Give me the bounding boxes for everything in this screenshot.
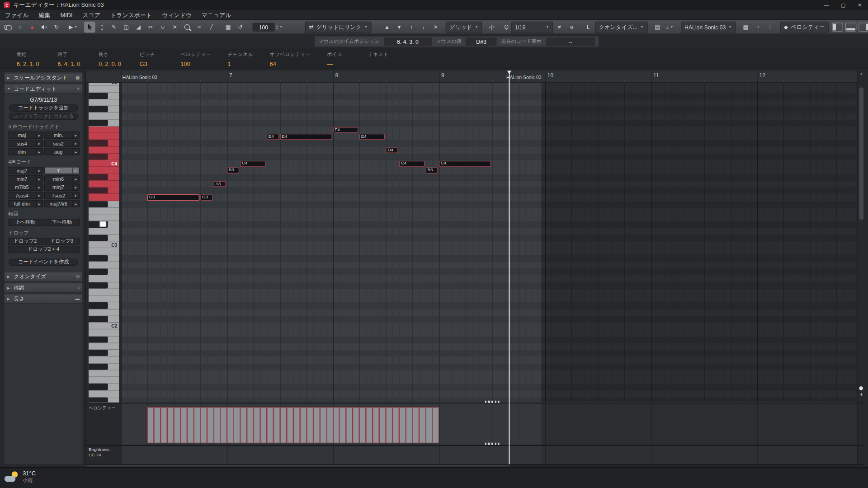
scroll-up-icon[interactable]: ▲ — [858, 72, 865, 75]
lower-zone-toggle[interactable] — [845, 23, 856, 32]
piano-keyboard[interactable]: C5C4C3C2C1 — [89, 83, 119, 402]
piano-key-white[interactable] — [89, 275, 119, 282]
zoom-tool[interactable] — [182, 22, 193, 33]
piano-key-black[interactable] — [89, 120, 119, 127]
lane-resize-handle[interactable] — [485, 443, 500, 445]
midi-note[interactable]: G3 — [200, 195, 212, 201]
velocity-bar[interactable] — [174, 407, 181, 443]
velocity-bar[interactable] — [207, 407, 214, 443]
section-quantize[interactable]: ▶ クオンタイズ ◎ — [5, 272, 83, 282]
clear-button[interactable]: ✕ — [430, 22, 441, 33]
chord-type-button[interactable]: sus4▶ — [8, 140, 43, 147]
pitch-visibility-button[interactable]: ▤ — [652, 22, 663, 33]
menu-item[interactable]: トランスポート — [105, 9, 157, 19]
piano-key-black[interactable] — [89, 154, 119, 160]
piano-key-black[interactable] — [89, 106, 119, 113]
show-note-expression-button[interactable]: ▦ — [222, 22, 233, 33]
inversion-button[interactable]: 下へ移動 — [44, 219, 79, 226]
step-down-icon[interactable]: ▼ — [276, 28, 278, 30]
velocity-bar[interactable] — [240, 407, 247, 443]
velocity-bar[interactable] — [247, 407, 254, 443]
chord-type-button[interactable]: 7sus4▶ — [8, 192, 43, 199]
midi-note[interactable]: A3 — [214, 181, 226, 187]
menu-item[interactable]: マニュアル — [197, 9, 236, 19]
menu-item[interactable]: 編集 — [34, 9, 56, 19]
piano-key-white[interactable] — [89, 370, 119, 377]
velocity-bar[interactable] — [419, 407, 426, 443]
velocity-bar[interactable] — [180, 407, 187, 443]
add-chord-track-button[interactable]: コードトラックを追加 — [9, 104, 78, 112]
erase-tool[interactable]: ◫ — [121, 22, 132, 33]
piano-key-white[interactable] — [89, 377, 119, 384]
velocity-bar[interactable] — [373, 407, 379, 443]
velocity-bar[interactable] — [359, 407, 366, 443]
velocity-bar[interactable] — [187, 407, 194, 443]
length-quantize-button[interactable]: L — [583, 22, 594, 33]
velocity-bar[interactable] — [399, 407, 406, 443]
velocity-bar[interactable] — [287, 407, 293, 443]
chord-type-button[interactable]: full dim▶ — [8, 200, 43, 207]
time-warp-tool[interactable]: ≈ — [194, 22, 205, 33]
info-field[interactable]: ベロシティー100 — [180, 51, 211, 68]
object-selection-tool[interactable] — [84, 22, 95, 33]
piano-key-white[interactable] — [89, 390, 119, 397]
drop-button[interactable]: ドロップ2 — [8, 238, 43, 245]
link-editors-button[interactable] — [2, 22, 13, 33]
velocity-bar[interactable] — [313, 407, 320, 443]
piano-key-black[interactable] — [89, 188, 119, 194]
piano-key-white[interactable] — [89, 343, 119, 350]
velocity-bar[interactable] — [392, 407, 399, 443]
part-selector-dropdown[interactable]: HALion Sonic 03 ▼ — [681, 21, 736, 33]
velocity-bar[interactable] — [426, 407, 433, 443]
piano-key-black[interactable] — [89, 336, 119, 343]
piano-key-white[interactable] — [89, 262, 119, 268]
section-scale-assistant[interactable]: ▶ スケールアシスタント ▦ — [5, 74, 83, 83]
chord-type-button[interactable]: minj7▶ — [44, 183, 79, 191]
section-transpose[interactable]: ▶ 移調 ♪ — [5, 283, 83, 293]
piano-key-white[interactable] — [89, 208, 119, 215]
chord-type-button[interactable]: min6▶ — [44, 175, 79, 183]
insert-velocity-value[interactable]: 100 — [252, 23, 274, 32]
piano-key-black[interactable] — [89, 140, 119, 147]
piano-key-white[interactable] — [89, 329, 119, 336]
lane-divider[interactable] — [86, 403, 864, 404]
velocity-bar[interactable] — [220, 407, 227, 443]
acoustic-feedback-button[interactable] — [39, 22, 50, 33]
velocity-bar[interactable] — [386, 407, 393, 443]
weather-widget[interactable]: 31°C 小雨 — [5, 470, 36, 484]
velocity-bar[interactable] — [326, 407, 333, 443]
piano-key-black[interactable] — [89, 235, 119, 242]
velocity-bar[interactable] — [160, 407, 167, 443]
piano-key-white[interactable] — [89, 147, 119, 154]
grid-type-dropdown[interactable]: グリッド ▼ — [446, 21, 482, 33]
event-list-button[interactable]: ≡▼ — [664, 22, 675, 33]
piano-key-white[interactable] — [89, 309, 119, 316]
info-field[interactable]: 長さ0. 2. 0. 0 — [99, 51, 123, 68]
velocity-bar[interactable] — [379, 407, 386, 443]
vertical-scrollbar[interactable]: ▲ — [858, 71, 865, 465]
midi-note[interactable]: B3 — [227, 168, 239, 174]
velocity-bar[interactable] — [412, 407, 419, 443]
velocity-bar[interactable] — [260, 407, 267, 443]
event-colors-button[interactable]: ▦ — [740, 22, 751, 33]
velocity-bar[interactable] — [320, 407, 326, 443]
create-chord-event-button[interactable]: コードイベントを作成 — [9, 258, 78, 266]
info-field[interactable]: オフベロシティー64 — [269, 51, 310, 68]
mute-tool[interactable]: ✕ — [170, 22, 180, 33]
piano-key-white[interactable] — [89, 296, 119, 302]
chord-type-button[interactable]: 7▶ — [44, 167, 79, 174]
chord-type-button[interactable]: min7▶ — [8, 175, 43, 183]
piano-key-white[interactable] — [89, 167, 119, 174]
velocity-stepper[interactable]: ▲▼ — [276, 24, 278, 30]
menu-item[interactable]: スコア — [78, 9, 106, 19]
velocity-bar[interactable] — [154, 407, 161, 443]
velocity-bar[interactable] — [366, 407, 373, 443]
info-field[interactable]: ピッチG3 — [140, 51, 164, 68]
independent-loop-button[interactable]: ↺ — [235, 22, 245, 33]
piano-key-black[interactable] — [89, 255, 119, 262]
midi-note[interactable]: C4 — [399, 161, 425, 167]
piano-key-white[interactable]: C3 — [89, 241, 119, 248]
piano-key-white[interactable] — [89, 86, 119, 93]
length-quantize-dropdown[interactable]: クオンタイズ... ▼ — [595, 21, 647, 33]
chord-type-button[interactable]: maj7▶ — [8, 167, 43, 174]
